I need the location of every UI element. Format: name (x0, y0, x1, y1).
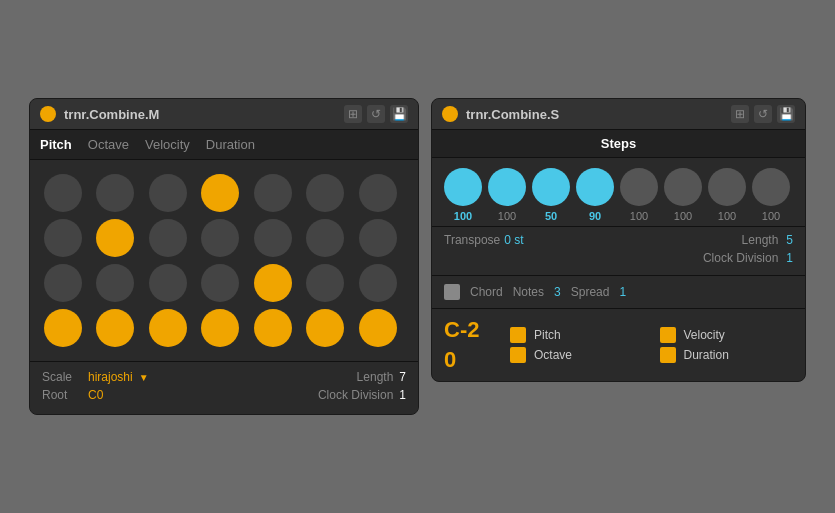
note-value: C-2 (444, 317, 494, 343)
step-dot-2[interactable] (488, 168, 526, 206)
dot-2-6[interactable] (359, 264, 397, 302)
dot-0-5[interactable] (306, 174, 344, 212)
right-header-dot (442, 106, 458, 122)
velocity-label: Velocity (684, 328, 725, 342)
spread-value[interactable]: 1 (619, 285, 626, 299)
root-value[interactable]: C0 (88, 388, 103, 402)
dot-3-5[interactable] (306, 309, 344, 347)
scale-label: Scale (42, 370, 82, 384)
dot-3-0[interactable] (44, 309, 82, 347)
tab-pitch[interactable]: Pitch (40, 135, 72, 154)
step-val-3: 50 (545, 210, 557, 222)
dot-0-3[interactable] (201, 174, 239, 212)
dot-2-0[interactable] (44, 264, 82, 302)
dot-1-6[interactable] (359, 219, 397, 257)
left-icon-3[interactable]: 💾 (390, 105, 408, 123)
step-7: 100 (708, 168, 746, 222)
root-row: Root C0 Clock Division 1 (42, 388, 406, 402)
dot-1-5[interactable] (306, 219, 344, 257)
step-val-7: 100 (718, 210, 736, 222)
left-icon-1[interactable]: ⊞ (344, 105, 362, 123)
tab-octave[interactable]: Octave (88, 135, 129, 154)
step-5: 100 (620, 168, 658, 222)
root-label: Root (42, 388, 82, 402)
dot-grid-area (30, 160, 418, 361)
notes-value[interactable]: 3 (554, 285, 561, 299)
vel-dur-indicators: Velocity Duration (660, 327, 794, 363)
pitch-indicators: Pitch Octave (510, 327, 644, 363)
duration-row: Duration (660, 347, 794, 363)
right-length-value[interactable]: 5 (786, 233, 793, 247)
length-value[interactable]: 7 (399, 370, 406, 384)
left-header-dot (40, 106, 56, 122)
step-dot-4[interactable] (576, 168, 614, 206)
chord-label: Chord (470, 285, 503, 299)
left-panel: trnr.Combine.M ⊞ ↺ 💾 Pitch Octave Veloci… (29, 98, 419, 415)
step-val-5: 100 (630, 210, 648, 222)
note-section: C-2 0 (444, 317, 494, 373)
velocity-row: Velocity (660, 327, 794, 343)
dot-2-4[interactable] (254, 264, 292, 302)
clock-value[interactable]: 1 (399, 388, 406, 402)
tab-row: Pitch Octave Velocity Duration (30, 130, 418, 160)
step-val-2: 100 (498, 210, 516, 222)
step-val-6: 100 (674, 210, 692, 222)
step-val-1: 100 (454, 210, 472, 222)
step-val-8: 100 (762, 210, 780, 222)
zero-value: 0 (444, 347, 494, 373)
step-6: 100 (664, 168, 702, 222)
chord-checkbox[interactable] (444, 284, 460, 300)
step-8: 100 (752, 168, 790, 222)
scale-value[interactable]: hirajoshi (88, 370, 133, 384)
dot-0-2[interactable] (149, 174, 187, 212)
dot-2-5[interactable] (306, 264, 344, 302)
dot-3-4[interactable] (254, 309, 292, 347)
right-header-icons: ⊞ ↺ 💾 (731, 105, 795, 123)
dot-0-6[interactable] (359, 174, 397, 212)
main-container: trnr.Combine.M ⊞ ↺ 💾 Pitch Octave Veloci… (29, 98, 806, 415)
length-label: Length (357, 370, 394, 384)
dot-3-3[interactable] (201, 309, 239, 347)
left-bottom-controls: Scale hirajoshi ▼ Length 7 Root C0 Clock… (30, 361, 418, 414)
duration-label: Duration (684, 348, 729, 362)
dot-3-2[interactable] (149, 309, 187, 347)
dot-2-3[interactable] (201, 264, 239, 302)
step-dot-8[interactable] (752, 168, 790, 206)
transpose-value[interactable]: 0 st (504, 233, 523, 247)
right-icon-3[interactable]: 💾 (777, 105, 795, 123)
tab-velocity[interactable]: Velocity (145, 135, 190, 154)
dot-1-1[interactable] (96, 219, 134, 257)
tab-duration[interactable]: Duration (206, 135, 255, 154)
dot-0-4[interactable] (254, 174, 292, 212)
transpose-label: Transpose (444, 233, 500, 247)
left-icon-2[interactable]: ↺ (367, 105, 385, 123)
dot-2-1[interactable] (96, 264, 134, 302)
pitch-label: Pitch (534, 328, 561, 342)
right-icon-2[interactable]: ↺ (754, 105, 772, 123)
dot-3-1[interactable] (96, 309, 134, 347)
step-dot-6[interactable] (664, 168, 702, 206)
step-dot-5[interactable] (620, 168, 658, 206)
step-dot-1[interactable] (444, 168, 482, 206)
dot-1-2[interactable] (149, 219, 187, 257)
dot-1-4[interactable] (254, 219, 292, 257)
right-icon-1[interactable]: ⊞ (731, 105, 749, 123)
scale-dropdown-arrow[interactable]: ▼ (139, 372, 149, 383)
right-panel-title: trnr.Combine.S (466, 107, 723, 122)
step-2: 100 (488, 168, 526, 222)
dot-0-0[interactable] (44, 174, 82, 212)
dot-3-6[interactable] (359, 309, 397, 347)
left-panel-header: trnr.Combine.M ⊞ ↺ 💾 (30, 99, 418, 130)
dot-2-2[interactable] (149, 264, 187, 302)
length-section: Length 5 (742, 233, 793, 247)
step-dot-3[interactable] (532, 168, 570, 206)
dot-1-0[interactable] (44, 219, 82, 257)
right-clock-value[interactable]: 1 (786, 251, 793, 265)
steps-row: 100 100 50 90 100 (432, 158, 805, 226)
spread-label: Spread (571, 285, 610, 299)
dot-grid (40, 170, 408, 351)
dot-1-3[interactable] (201, 219, 239, 257)
right-controls: Transpose 0 st Length 5 Clock Division 1 (432, 226, 805, 275)
dot-0-1[interactable] (96, 174, 134, 212)
step-dot-7[interactable] (708, 168, 746, 206)
